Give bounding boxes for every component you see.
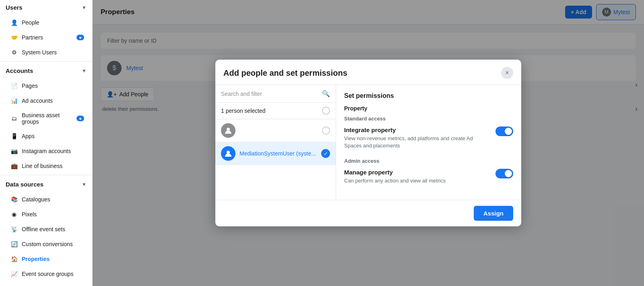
permission-manage-info: Manage property Can perform any action a… — [344, 169, 489, 184]
sidebar-item-ad-accounts[interactable]: 📊 Ad accounts — [2, 93, 90, 108]
properties-icon: 🏠 — [10, 255, 18, 263]
mediation-check-icon: ✓ — [321, 149, 330, 158]
data-sources-section-header[interactable]: Data sources ▼ — [0, 177, 92, 192]
data-sources-section-label: Data sources — [6, 181, 43, 188]
bag-badge: ● — [76, 116, 84, 121]
catalogues-icon: 📚 — [10, 196, 18, 203]
sidebar-item-custom-conversions[interactable]: 🔄 Custom conversions — [2, 237, 90, 251]
person-icon: 👤 — [10, 19, 18, 26]
sidebar-item-event-source-groups[interactable]: 📈 Event source groups — [2, 267, 90, 281]
search-bar: 🔍 — [215, 85, 336, 103]
modal: Add people and set permissions × 🔍 1 per… — [215, 60, 521, 226]
manage-property-name: Manage property — [344, 169, 489, 176]
accounts-chevron-icon: ▼ — [82, 68, 87, 74]
integrate-property-name: Integrate property — [344, 126, 489, 133]
modal-title: Add people and set permissions — [223, 68, 347, 78]
sidebar-item-offline-event-sets[interactable]: 📡 Offline event sets — [2, 222, 90, 236]
permission-manage-property: Manage property Can perform any action a… — [344, 169, 513, 184]
modal-overlay: Add people and set permissions × 🔍 1 per… — [93, 0, 644, 286]
custom-conversions-icon: 🔄 — [10, 240, 18, 248]
integrate-property-toggle[interactable] — [495, 126, 513, 136]
permission-integrate-property: Integrate property View non-revenue metr… — [344, 126, 513, 149]
apps-icon: 📱 — [10, 133, 18, 140]
permission-integrate-info: Integrate property View non-revenue metr… — [344, 126, 489, 149]
modal-right-panel: Set permissions Property Standard access… — [336, 85, 521, 200]
users-chevron-icon: ▼ — [82, 5, 87, 10]
business-asset-groups-icon: 🗂 — [10, 115, 18, 122]
pixels-icon: ◉ — [10, 211, 18, 218]
users-section-label: Users — [6, 4, 23, 11]
sidebar-item-partners[interactable]: 🤝 Partners ● — [2, 30, 90, 45]
partners-badge: ● — [76, 35, 84, 40]
line-of-business-icon: 💼 — [10, 162, 18, 170]
accounts-section-header[interactable]: Accounts ▼ — [0, 63, 92, 78]
instagram-icon: 📷 — [10, 147, 18, 155]
assign-button[interactable]: Assign — [474, 206, 513, 221]
sidebar-item-people[interactable]: 👤 People — [2, 15, 90, 30]
ad-accounts-icon: 📊 — [10, 97, 18, 104]
sidebar-item-line-of-business[interactable]: 💼 Line of business — [2, 159, 90, 173]
sidebar: Users ▼ 👤 People 🤝 Partners ● ⚙ System U… — [0, 0, 93, 286]
handshake-icon: 🤝 — [10, 34, 18, 41]
sidebar-item-pages[interactable]: 📄 Pages — [2, 79, 90, 93]
event-source-groups-icon: 📈 — [10, 270, 18, 278]
svg-point-1 — [227, 151, 230, 154]
system-users-icon: ⚙ — [10, 49, 18, 56]
person-row-mediation[interactable]: MediationSystemUser (syste... ✓ — [215, 142, 336, 165]
person-row-generic[interactable] — [215, 119, 336, 142]
search-input[interactable] — [221, 91, 319, 97]
svg-point-0 — [227, 128, 230, 131]
generic-radio[interactable] — [322, 126, 330, 135]
accounts-section-label: Accounts — [6, 67, 33, 74]
search-icon: 🔍 — [322, 90, 330, 97]
generic-avatar — [221, 123, 235, 138]
modal-header: Add people and set permissions × — [215, 60, 521, 85]
permissions-title: Set permissions — [344, 92, 513, 99]
selected-count-label: 1 person selected — [221, 108, 266, 114]
modal-body: 🔍 1 person selected — [215, 85, 521, 200]
main-area: Properties + Add M Mytest Filter by name… — [93, 0, 644, 286]
integrate-property-desc: View non-revenue metrics, add platforms … — [344, 135, 489, 149]
modal-left-panel: 🔍 1 person selected — [215, 85, 336, 200]
modal-footer: Assign — [215, 200, 521, 226]
manage-property-desc: Can perform any action and view all metr… — [344, 177, 489, 184]
deselect-radio[interactable] — [322, 107, 330, 115]
mediation-avatar — [221, 146, 235, 161]
offline-event-sets-icon: 📡 — [10, 226, 18, 233]
integrate-toggle-slider — [495, 126, 513, 136]
sidebar-item-pixels[interactable]: ◉ Pixels — [2, 207, 90, 222]
sidebar-item-business-asset-groups[interactable]: 🗂 Business asset groups ● — [2, 108, 90, 128]
manage-toggle-slider — [495, 169, 513, 178]
users-section-header[interactable]: Users ▼ — [0, 0, 92, 15]
sidebar-item-apps[interactable]: 📱 Apps — [2, 129, 90, 143]
close-button[interactable]: × — [501, 67, 513, 79]
sidebar-item-catalogues[interactable]: 📚 Catalogues — [2, 192, 90, 207]
pages-icon: 📄 — [10, 82, 18, 89]
sidebar-item-properties[interactable]: 🏠 Properties — [2, 252, 90, 266]
standard-access-title: Standard access — [344, 116, 513, 122]
data-sources-chevron-icon: ▼ — [82, 182, 87, 187]
manage-property-toggle[interactable] — [495, 169, 513, 178]
property-label: Property — [344, 105, 513, 112]
selected-count-row: 1 person selected — [215, 103, 336, 119]
admin-access-title: Admin access — [344, 158, 513, 164]
sidebar-item-instagram[interactable]: 📷 Instagram accounts — [2, 144, 90, 158]
mediation-name: MediationSystemUser (syste... — [239, 150, 317, 157]
sidebar-item-system-users[interactable]: ⚙ System Users — [2, 45, 90, 60]
